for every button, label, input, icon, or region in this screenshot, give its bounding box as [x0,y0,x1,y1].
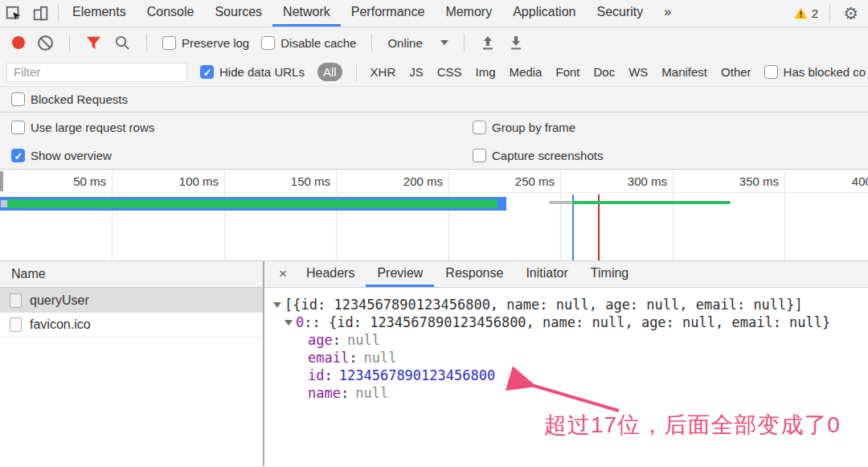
tick-label-350ms: 350 ms [714,174,779,188]
clear-button[interactable] [37,35,54,51]
checkbox-unchecked[interactable] [261,36,275,50]
filter-type-doc[interactable]: Doc [593,65,615,79]
import-har-icon[interactable] [480,35,496,51]
preserve-log-label[interactable]: Preserve log [182,36,249,50]
tab-elements[interactable]: Elements [62,0,137,27]
filter-type-ws[interactable]: WS [628,65,648,79]
device-toolbar-icon[interactable] [27,0,55,27]
separator [464,34,465,51]
has-blocked-cookies-checkbox[interactable]: Has blocked co [764,65,866,79]
inspect-element-icon[interactable] [0,0,27,27]
json-prop-value: null [363,350,396,366]
capture-screenshots-checkbox[interactable]: Capture screenshots [473,149,868,162]
json-prop-age: agenull [273,331,868,349]
blocked-requests-label[interactable]: Blocked Requests [31,92,128,106]
use-large-request-rows-label[interactable]: Use large request rows [31,121,154,134]
tick-label-250ms: 250 ms [490,174,555,188]
filter-toggle-icon[interactable] [85,35,102,51]
blocked-requests-checkbox[interactable]: Blocked Requests [11,92,128,106]
group-by-frame-label[interactable]: Group by frame [492,121,575,134]
request-row-queryuser[interactable]: queryUser [0,288,263,313]
filter-input[interactable] [6,63,187,82]
expand-triangle-icon[interactable] [285,320,293,326]
tab-security[interactable]: Security [586,0,653,27]
overview-scrub-handle[interactable] [0,171,3,191]
separator [371,34,372,51]
checkbox-unchecked[interactable] [11,92,25,106]
filter-type-css[interactable]: CSS [437,65,462,79]
json-prop-value: null [355,385,388,401]
warnings-badge[interactable]: 2 [786,0,826,27]
use-large-request-rows-checkbox[interactable]: Use large request rows [11,121,473,134]
search-icon[interactable] [114,35,131,51]
tab-memory[interactable]: Memory [435,0,502,27]
filter-type-other[interactable]: Other [721,65,751,79]
hide-data-urls-label[interactable]: Hide data URLs [219,65,305,79]
request-name: favicon.ico [30,317,91,332]
show-overview-checkbox[interactable]: Show overview [11,149,473,162]
tab-sources[interactable]: Sources [204,0,272,27]
filter-type-font[interactable]: Font [555,65,579,79]
checkbox-checked[interactable] [11,149,25,162]
gridline [784,170,785,260]
gridline [673,170,674,260]
checkbox-unchecked[interactable] [11,121,25,134]
detail-tab-preview[interactable]: Preview [366,261,434,287]
record-button[interactable] [12,36,25,49]
json-preview-tree: [{id: 1234567890123456800, name: null, a… [264,288,868,402]
filter-type-xhr[interactable]: XHR [371,65,396,79]
disable-cache-label[interactable]: Disable cache [280,36,356,50]
network-overview-timeline[interactable]: 50 ms 100 ms 150 ms 200 ms 250 ms 300 ms… [0,170,868,261]
tab-console[interactable]: Console [137,0,205,27]
detail-tab-headers[interactable]: Headers [295,261,366,287]
filter-type-img[interactable]: Img [476,65,496,79]
tick-label-200ms: 200 ms [379,174,443,188]
throttling-dropdown[interactable]: Online [387,36,448,50]
throttling-value: Online [387,36,422,50]
tick-separator-line [0,192,868,193]
filter-type-media[interactable]: Media [510,65,542,79]
has-blocked-cookies-label[interactable]: Has blocked co [784,65,866,79]
detail-tab-timing[interactable]: Timing [579,261,640,287]
tick-label-400ms: 400 ms [827,174,868,188]
request-bar-favicon-waiting[interactable] [549,201,571,204]
group-by-frame-checkbox[interactable]: Group by frame [473,121,868,134]
capture-screenshots-label[interactable]: Capture screenshots [492,149,603,162]
detail-tab-response[interactable]: Response [434,261,514,287]
filter-type-manifest[interactable]: Manifest [661,65,707,79]
checkbox-unchecked[interactable] [473,121,486,134]
checkbox-checked[interactable] [200,65,214,79]
request-name: queryUser [30,293,89,308]
json-prop-id: id1234567890123456800 [273,367,868,384]
tab-network[interactable]: Network [272,0,341,27]
request-bar-favicon[interactable] [571,201,731,204]
checkbox-unchecked[interactable] [764,65,778,79]
filter-type-js[interactable]: JS [409,65,424,79]
tab-performance[interactable]: Performance [341,0,436,27]
tick-label-150ms: 150 ms [266,174,330,188]
warning-count: 2 [812,6,818,20]
close-icon[interactable]: × [271,261,295,287]
more-tabs-chevron-icon[interactable]: » [653,0,682,27]
file-icon [10,293,22,308]
preserve-log-checkbox[interactable]: Preserve log [162,36,249,50]
show-overview-label[interactable]: Show overview [31,149,112,162]
checkbox-unchecked[interactable] [162,36,176,50]
export-har-icon[interactable] [508,35,524,51]
load-event-marker [598,195,600,261]
request-row-favicon[interactable]: favicon.ico [0,313,263,338]
settings-gear-icon[interactable]: ⚙ [833,0,868,27]
tab-application[interactable]: Application [502,0,586,27]
name-column-header[interactable]: Name [0,261,263,288]
hide-data-urls-checkbox[interactable]: Hide data URLs [200,65,305,79]
gridline [224,170,225,260]
checkbox-unchecked[interactable] [473,149,486,162]
detail-tab-initiator[interactable]: Initiator [514,261,579,287]
filter-type-all[interactable]: All [317,63,342,81]
file-icon [10,317,22,332]
request-bar-queryuser[interactable] [0,197,506,211]
request-list-pane: Name queryUser favicon.ico [0,261,264,466]
disable-cache-checkbox[interactable]: Disable cache [261,36,356,50]
chevron-down-icon [440,40,448,45]
expand-triangle-icon[interactable] [273,302,281,308]
